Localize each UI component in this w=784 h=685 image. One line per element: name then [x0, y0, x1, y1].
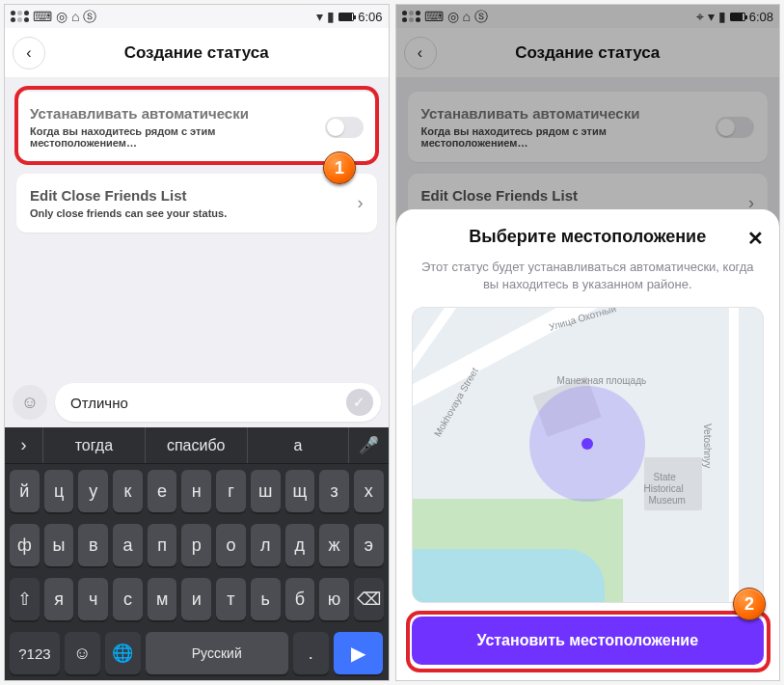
key[interactable]: ц [44, 470, 74, 512]
confirm-button[interactable]: ✓ [346, 389, 373, 416]
auto-set-card[interactable]: Устанавливать автоматически Когда вы нах… [16, 92, 377, 162]
auto-set-title: Устанавливать автоматически [30, 105, 315, 122]
status-text-input[interactable]: Отлично ✓ [55, 383, 381, 422]
close-button[interactable]: ✕ [747, 227, 764, 250]
key-globe[interactable]: 🌐 [105, 632, 141, 674]
key-row-3: ⇧ я ч с м и т ь б ю ⌫ [5, 572, 389, 626]
key[interactable]: п [148, 524, 177, 566]
instagram-icon: ◎ [56, 10, 68, 23]
location-bottom-sheet: Выберите местоположение ✕ Этот статус бу… [396, 209, 780, 680]
key-period[interactable]: . [293, 632, 329, 674]
map-preview[interactable]: Улица Охотный Mokhovaya Street Манежная … [412, 307, 765, 603]
key[interactable]: э [354, 524, 384, 566]
chevron-left-icon: ‹ [26, 44, 31, 62]
key-shift[interactable]: ⇧ [10, 578, 40, 620]
map-label: Манежная площадь [557, 375, 647, 386]
key[interactable]: в [78, 524, 108, 566]
key[interactable]: щ [285, 470, 315, 512]
header: ‹ Создание статуса [5, 28, 389, 78]
key[interactable]: ф [10, 524, 40, 566]
expand-suggestions-button[interactable]: › [5, 427, 43, 463]
wifi-icon: ▾ [316, 10, 323, 23]
key[interactable]: о [216, 524, 246, 566]
key[interactable]: ш [251, 470, 281, 512]
battery-icon [338, 13, 354, 21]
app-dots-icon [11, 11, 29, 22]
composer: ☺ Отлично ✓ [13, 383, 381, 422]
mic-icon: 🎤 [359, 435, 379, 455]
key[interactable]: у [78, 470, 108, 512]
step-badge-2: 2 [733, 588, 766, 620]
tv-icon: ⌂ [71, 10, 79, 23]
key[interactable]: м [148, 578, 177, 620]
key[interactable]: ю [319, 578, 349, 620]
key-numbers[interactable]: ?123 [10, 632, 60, 674]
key[interactable]: б [285, 578, 315, 620]
close-friends-card[interactable]: Edit Close Friends List Only close frien… [16, 174, 377, 233]
set-location-label: Установить местоположение [476, 632, 698, 649]
key[interactable]: з [319, 470, 349, 512]
key[interactable]: е [148, 470, 177, 512]
key[interactable]: я [44, 578, 74, 620]
set-location-button[interactable]: Установить местоположение [412, 616, 765, 665]
key[interactable]: с [113, 578, 143, 620]
sheet-description: Этот статус будет устанавливаться автома… [412, 259, 765, 293]
step-badge-1: 1 [323, 151, 356, 184]
shazam-icon: ⓢ [83, 10, 96, 23]
map-label: Vetoshnyy [702, 424, 713, 468]
key-row-1: й ц у к е н г ш щ з х [5, 464, 389, 518]
key[interactable]: н [181, 470, 211, 512]
back-button[interactable]: ‹ [13, 37, 45, 69]
page-title: Создание статуса [5, 43, 389, 63]
map-label: State [654, 472, 676, 482]
key[interactable]: ь [251, 578, 281, 620]
chevron-right-icon: › [358, 193, 364, 213]
key-space[interactable]: Русский [146, 632, 288, 674]
key[interactable]: к [113, 470, 143, 512]
key-send[interactable]: ▶ [334, 632, 384, 674]
smile-icon: ☺ [21, 393, 39, 413]
key[interactable]: а [113, 524, 143, 566]
close-icon: ✕ [747, 228, 764, 249]
close-friends-title: Edit Close Friends List [30, 187, 348, 204]
key-emoji[interactable]: ☺ [65, 632, 100, 674]
suggestion-bar: › тогда спасибо а 🎤 [5, 427, 389, 464]
suggestion-3[interactable]: а [248, 427, 350, 463]
camera-icon: ⌨ [33, 10, 52, 23]
phone-right: ⌨ ◎ ⌂ ⓢ ⌖ ▾ ▮ 6:08 ‹ Создание статуса Ус… [395, 4, 781, 681]
suggestion-2[interactable]: спасибо [146, 427, 248, 463]
sheet-title: Выберите местоположение [469, 227, 706, 247]
key[interactable]: л [251, 524, 281, 566]
auto-set-toggle[interactable] [325, 117, 364, 138]
statusbar: ⌨ ◎ ⌂ ⓢ ▾ ▮ 6:06 [5, 5, 389, 28]
auto-set-subtitle: Когда вы находитесь рядом с этим местопо… [30, 125, 315, 149]
map-label: Museum [649, 495, 686, 506]
clock: 6:06 [358, 10, 382, 24]
key[interactable]: й [10, 470, 40, 512]
phone-left: ⌨ ◎ ⌂ ⓢ ▾ ▮ 6:06 ‹ Создание статуса Уста… [4, 4, 390, 681]
key[interactable]: г [216, 470, 246, 512]
key[interactable]: т [216, 578, 246, 620]
status-text-value: Отлично [70, 395, 128, 411]
mic-button[interactable]: 🎤 [349, 427, 388, 463]
key[interactable]: ч [78, 578, 108, 620]
geofence-circle[interactable] [529, 386, 645, 502]
key[interactable]: х [354, 470, 384, 512]
key[interactable]: д [285, 524, 315, 566]
key-backspace[interactable]: ⌫ [354, 578, 384, 620]
key-row-4: ?123 ☺ 🌐 Русский . ▶ [5, 626, 389, 680]
emoji-button[interactable]: ☺ [13, 385, 47, 420]
key[interactable]: ж [319, 524, 349, 566]
map-label: Historical [644, 483, 684, 494]
keyboard: › тогда спасибо а 🎤 й ц у к е н г ш щ з … [5, 427, 389, 680]
signal-icon: ▮ [327, 10, 335, 23]
close-friends-subtitle: Only close friends can see your status. [30, 207, 348, 219]
suggestion-1[interactable]: тогда [43, 427, 146, 463]
key[interactable]: ы [44, 524, 74, 566]
key-row-2: ф ы в а п р о л д ж э [5, 518, 389, 572]
key[interactable]: и [181, 578, 211, 620]
key[interactable]: р [181, 524, 211, 566]
